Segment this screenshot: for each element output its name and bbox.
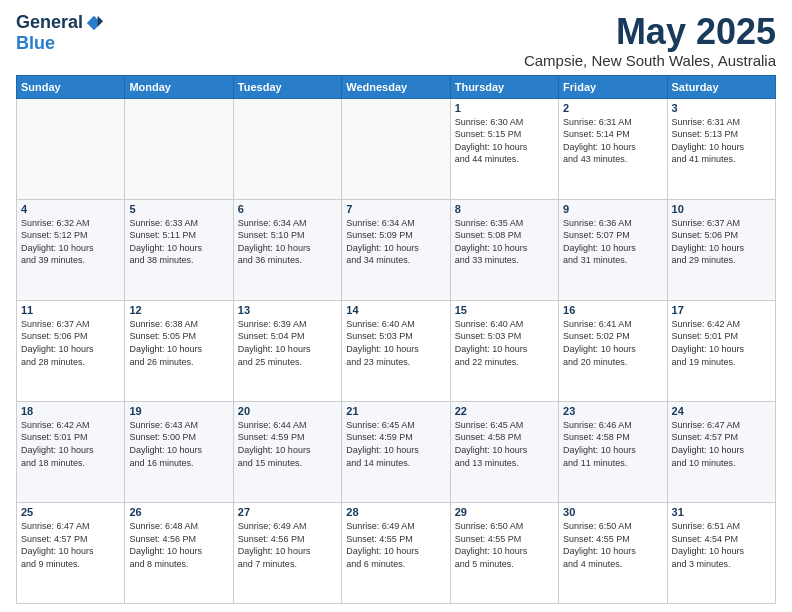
day-info: Sunrise: 6:34 AM Sunset: 5:09 PM Dayligh…: [346, 217, 445, 267]
day-number: 21: [346, 405, 445, 417]
day-info: Sunrise: 6:40 AM Sunset: 5:03 PM Dayligh…: [455, 318, 554, 368]
day-number: 5: [129, 203, 228, 215]
day-number: 8: [455, 203, 554, 215]
day-info: Sunrise: 6:38 AM Sunset: 5:05 PM Dayligh…: [129, 318, 228, 368]
calendar-day-cell: 12Sunrise: 6:38 AM Sunset: 5:05 PM Dayli…: [125, 300, 233, 401]
calendar-day-cell: 14Sunrise: 6:40 AM Sunset: 5:03 PM Dayli…: [342, 300, 450, 401]
calendar-day-cell: 29Sunrise: 6:50 AM Sunset: 4:55 PM Dayli…: [450, 502, 558, 603]
day-info: Sunrise: 6:35 AM Sunset: 5:08 PM Dayligh…: [455, 217, 554, 267]
day-number: 24: [672, 405, 771, 417]
day-number: 11: [21, 304, 120, 316]
day-number: 20: [238, 405, 337, 417]
day-number: 17: [672, 304, 771, 316]
day-number: 1: [455, 102, 554, 114]
calendar-day-cell: 23Sunrise: 6:46 AM Sunset: 4:58 PM Dayli…: [559, 401, 667, 502]
calendar-day-cell: [342, 98, 450, 199]
weekday-header: Wednesday: [342, 75, 450, 98]
calendar-day-cell: 7Sunrise: 6:34 AM Sunset: 5:09 PM Daylig…: [342, 199, 450, 300]
day-number: 28: [346, 506, 445, 518]
logo-text: General: [16, 12, 103, 33]
day-number: 9: [563, 203, 662, 215]
day-info: Sunrise: 6:45 AM Sunset: 4:59 PM Dayligh…: [346, 419, 445, 469]
location: Campsie, New South Wales, Australia: [524, 52, 776, 69]
day-info: Sunrise: 6:49 AM Sunset: 4:56 PM Dayligh…: [238, 520, 337, 570]
day-number: 29: [455, 506, 554, 518]
calendar-day-cell: [17, 98, 125, 199]
month-title: May 2025: [524, 12, 776, 52]
day-info: Sunrise: 6:31 AM Sunset: 5:14 PM Dayligh…: [563, 116, 662, 166]
day-info: Sunrise: 6:31 AM Sunset: 5:13 PM Dayligh…: [672, 116, 771, 166]
day-info: Sunrise: 6:51 AM Sunset: 4:54 PM Dayligh…: [672, 520, 771, 570]
calendar-day-cell: 4Sunrise: 6:32 AM Sunset: 5:12 PM Daylig…: [17, 199, 125, 300]
day-number: 14: [346, 304, 445, 316]
calendar-week-row: 4Sunrise: 6:32 AM Sunset: 5:12 PM Daylig…: [17, 199, 776, 300]
calendar-header-row: SundayMondayTuesdayWednesdayThursdayFrid…: [17, 75, 776, 98]
weekday-header: Friday: [559, 75, 667, 98]
calendar-day-cell: 19Sunrise: 6:43 AM Sunset: 5:00 PM Dayli…: [125, 401, 233, 502]
day-number: 22: [455, 405, 554, 417]
calendar-day-cell: [125, 98, 233, 199]
day-number: 13: [238, 304, 337, 316]
day-info: Sunrise: 6:49 AM Sunset: 4:55 PM Dayligh…: [346, 520, 445, 570]
day-number: 2: [563, 102, 662, 114]
day-number: 27: [238, 506, 337, 518]
day-info: Sunrise: 6:37 AM Sunset: 5:06 PM Dayligh…: [21, 318, 120, 368]
calendar-day-cell: [233, 98, 341, 199]
svg-marker-1: [98, 15, 103, 26]
calendar-day-cell: 8Sunrise: 6:35 AM Sunset: 5:08 PM Daylig…: [450, 199, 558, 300]
day-info: Sunrise: 6:42 AM Sunset: 5:01 PM Dayligh…: [672, 318, 771, 368]
calendar-day-cell: 9Sunrise: 6:36 AM Sunset: 5:07 PM Daylig…: [559, 199, 667, 300]
day-number: 6: [238, 203, 337, 215]
day-info: Sunrise: 6:40 AM Sunset: 5:03 PM Dayligh…: [346, 318, 445, 368]
calendar-day-cell: 21Sunrise: 6:45 AM Sunset: 4:59 PM Dayli…: [342, 401, 450, 502]
calendar-day-cell: 26Sunrise: 6:48 AM Sunset: 4:56 PM Dayli…: [125, 502, 233, 603]
day-info: Sunrise: 6:50 AM Sunset: 4:55 PM Dayligh…: [563, 520, 662, 570]
day-number: 23: [563, 405, 662, 417]
day-number: 16: [563, 304, 662, 316]
page: General Blue May 2025 Campsie, New South…: [0, 0, 792, 612]
day-number: 10: [672, 203, 771, 215]
logo-icon: [85, 14, 103, 32]
calendar-day-cell: 25Sunrise: 6:47 AM Sunset: 4:57 PM Dayli…: [17, 502, 125, 603]
day-number: 26: [129, 506, 228, 518]
day-info: Sunrise: 6:33 AM Sunset: 5:11 PM Dayligh…: [129, 217, 228, 267]
day-number: 18: [21, 405, 120, 417]
calendar-day-cell: 24Sunrise: 6:47 AM Sunset: 4:57 PM Dayli…: [667, 401, 775, 502]
day-info: Sunrise: 6:46 AM Sunset: 4:58 PM Dayligh…: [563, 419, 662, 469]
day-info: Sunrise: 6:44 AM Sunset: 4:59 PM Dayligh…: [238, 419, 337, 469]
calendar-day-cell: 27Sunrise: 6:49 AM Sunset: 4:56 PM Dayli…: [233, 502, 341, 603]
calendar-week-row: 11Sunrise: 6:37 AM Sunset: 5:06 PM Dayli…: [17, 300, 776, 401]
calendar-day-cell: 11Sunrise: 6:37 AM Sunset: 5:06 PM Dayli…: [17, 300, 125, 401]
calendar-day-cell: 28Sunrise: 6:49 AM Sunset: 4:55 PM Dayli…: [342, 502, 450, 603]
calendar-day-cell: 17Sunrise: 6:42 AM Sunset: 5:01 PM Dayli…: [667, 300, 775, 401]
day-number: 25: [21, 506, 120, 518]
day-number: 4: [21, 203, 120, 215]
calendar-day-cell: 10Sunrise: 6:37 AM Sunset: 5:06 PM Dayli…: [667, 199, 775, 300]
day-number: 19: [129, 405, 228, 417]
calendar-week-row: 18Sunrise: 6:42 AM Sunset: 5:01 PM Dayli…: [17, 401, 776, 502]
weekday-header: Tuesday: [233, 75, 341, 98]
title-area: May 2025 Campsie, New South Wales, Austr…: [524, 12, 776, 69]
day-number: 30: [563, 506, 662, 518]
calendar-table: SundayMondayTuesdayWednesdayThursdayFrid…: [16, 75, 776, 604]
day-number: 12: [129, 304, 228, 316]
day-info: Sunrise: 6:47 AM Sunset: 4:57 PM Dayligh…: [21, 520, 120, 570]
day-info: Sunrise: 6:43 AM Sunset: 5:00 PM Dayligh…: [129, 419, 228, 469]
calendar-day-cell: 5Sunrise: 6:33 AM Sunset: 5:11 PM Daylig…: [125, 199, 233, 300]
calendar-day-cell: 3Sunrise: 6:31 AM Sunset: 5:13 PM Daylig…: [667, 98, 775, 199]
calendar-day-cell: 16Sunrise: 6:41 AM Sunset: 5:02 PM Dayli…: [559, 300, 667, 401]
day-info: Sunrise: 6:47 AM Sunset: 4:57 PM Dayligh…: [672, 419, 771, 469]
calendar-day-cell: 6Sunrise: 6:34 AM Sunset: 5:10 PM Daylig…: [233, 199, 341, 300]
calendar-day-cell: 13Sunrise: 6:39 AM Sunset: 5:04 PM Dayli…: [233, 300, 341, 401]
day-info: Sunrise: 6:34 AM Sunset: 5:10 PM Dayligh…: [238, 217, 337, 267]
calendar-day-cell: 1Sunrise: 6:30 AM Sunset: 5:15 PM Daylig…: [450, 98, 558, 199]
day-number: 31: [672, 506, 771, 518]
calendar-day-cell: 20Sunrise: 6:44 AM Sunset: 4:59 PM Dayli…: [233, 401, 341, 502]
calendar-week-row: 25Sunrise: 6:47 AM Sunset: 4:57 PM Dayli…: [17, 502, 776, 603]
day-info: Sunrise: 6:42 AM Sunset: 5:01 PM Dayligh…: [21, 419, 120, 469]
logo: General Blue: [16, 12, 103, 54]
day-info: Sunrise: 6:50 AM Sunset: 4:55 PM Dayligh…: [455, 520, 554, 570]
calendar-week-row: 1Sunrise: 6:30 AM Sunset: 5:15 PM Daylig…: [17, 98, 776, 199]
day-info: Sunrise: 6:36 AM Sunset: 5:07 PM Dayligh…: [563, 217, 662, 267]
calendar-day-cell: 31Sunrise: 6:51 AM Sunset: 4:54 PM Dayli…: [667, 502, 775, 603]
